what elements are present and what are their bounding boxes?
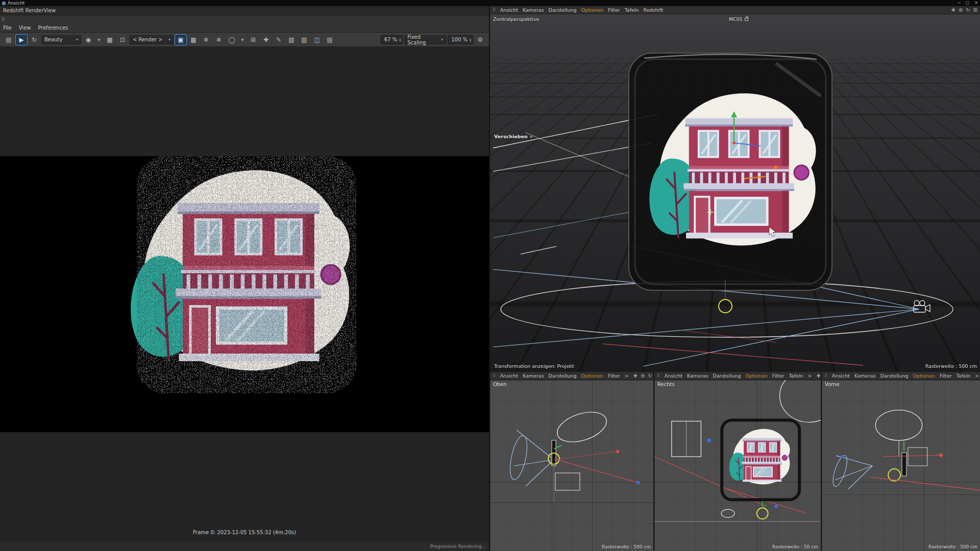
menu-optionen[interactable]: Optionen: [913, 373, 936, 379]
grid-size-label: Rasterweite : 50 cm: [772, 544, 818, 549]
oben-content[interactable]: Oben Rasterweite : 500 cm: [490, 380, 653, 551]
menu-preferences[interactable]: Preferences: [38, 25, 68, 31]
menu-ansicht[interactable]: Ansicht: [500, 7, 518, 13]
menu-file[interactable]: File: [3, 25, 12, 31]
zoom-view-icon[interactable]: ⊕: [641, 373, 645, 379]
zoom-spinner[interactable]: 67 % ▴▾: [381, 35, 403, 44]
menu-kameras[interactable]: Kameras: [854, 373, 876, 379]
menu-overflow[interactable]: >: [808, 373, 812, 379]
window-title: Ansicht: [8, 1, 24, 6]
viewport-hamburger-icon[interactable]: ⠿: [657, 373, 660, 378]
menu-darstellung[interactable]: Darstellung: [880, 373, 909, 379]
menu-filter[interactable]: Filter: [608, 7, 620, 13]
snowflake-icon[interactable]: ❄: [201, 35, 212, 45]
menu-overflow[interactable]: >: [625, 373, 629, 379]
snowflake-add-icon[interactable]: ❄: [213, 35, 225, 45]
menu-redshift[interactable]: Redshift: [644, 7, 664, 13]
tool-hint: Verschieben +: [494, 134, 533, 139]
checker-icon[interactable]: ▩: [188, 35, 199, 45]
save-image-icon[interactable]: ▤: [3, 35, 14, 45]
menu-darstellung[interactable]: Darstellung: [713, 373, 741, 379]
viewport-panel: ⠿ Ansicht Kameras Darstellung Optionen F…: [490, 6, 980, 551]
viewport-hamburger-icon[interactable]: ⠿: [493, 373, 496, 378]
rotate-view-icon[interactable]: ↻: [966, 7, 970, 13]
vorne-menubar: ⠿ Ansicht Kameras Darstellung Optionen F…: [822, 372, 980, 380]
renderview-toolbar: ▤ ▶ ↻ Beauty ▾ ◉ ▾ ▦ ⊡ < Render > ▾ ▣ ▩ …: [0, 33, 489, 47]
viewport-label: Oben: [493, 382, 507, 387]
menu-darstellung[interactable]: Darstellung: [549, 7, 577, 13]
gear-icon[interactable]: ⚙: [475, 35, 486, 45]
minimize-button[interactable]: ─: [958, 1, 961, 6]
menu-optionen[interactable]: Optionen: [746, 373, 768, 379]
menu-ansicht[interactable]: Ansicht: [832, 373, 850, 379]
menu-filter[interactable]: Filter: [940, 373, 952, 379]
lock-icon: [745, 18, 748, 21]
grid-icon[interactable]: ▦: [104, 35, 115, 45]
compare-a-icon[interactable]: ▧: [286, 35, 297, 45]
viewport-rechts[interactable]: ⠿ Ansicht Kameras Darstellung Optionen F…: [653, 372, 821, 551]
viewport-vorne[interactable]: ⠿ Ansicht Kameras Darstellung Optionen F…: [821, 372, 980, 551]
menu-tafeln[interactable]: Tafeln: [789, 373, 803, 379]
menu-optionen[interactable]: Optionen: [581, 373, 604, 379]
grid-size-label: Rasterweite : 500 cm: [602, 544, 651, 549]
vorne-scene: [822, 380, 980, 551]
viewport-label: Vorne: [825, 382, 840, 387]
menu-darstellung[interactable]: Darstellung: [549, 373, 577, 379]
region-caret-icon[interactable]: ▾: [239, 35, 246, 45]
spin-down-icon[interactable]: ▾: [470, 40, 471, 42]
zoom-view-icon[interactable]: ⊕: [959, 7, 963, 13]
menu-kameras[interactable]: Kameras: [523, 373, 544, 379]
scale-spinner[interactable]: 100 % ▴▾: [448, 35, 473, 44]
viewport-label: Rechts: [657, 382, 675, 387]
pan-view-icon[interactable]: ✚: [633, 373, 638, 379]
menu-kameras[interactable]: Kameras: [523, 7, 544, 13]
viewport-hamburger-icon[interactable]: ⠿: [824, 373, 827, 378]
region-icon[interactable]: ◯: [226, 35, 237, 45]
crop-icon[interactable]: ⊡: [117, 35, 128, 45]
redshift-renderview-panel: Redshift RenderView ⠿ File View Preferen…: [0, 6, 489, 551]
fit-view-icon[interactable]: ⊞: [248, 35, 259, 45]
oben-scene: [490, 380, 653, 551]
menu-tafeln[interactable]: Tafeln: [625, 7, 639, 13]
aov-icon[interactable]: ◉: [83, 35, 94, 45]
pan-tool-icon[interactable]: ✚: [260, 35, 272, 45]
menu-ansicht[interactable]: Ansicht: [500, 373, 518, 379]
spin-down-icon[interactable]: ▾: [399, 40, 401, 42]
window-titlebar: Ansicht ─ ▢ ✕: [0, 0, 980, 6]
renderview-hamburger-icon[interactable]: ⠿: [2, 17, 5, 22]
pencil-icon[interactable]: ✎: [273, 35, 284, 45]
scaling-dropdown[interactable]: Fixed Scaling ▾: [404, 35, 446, 44]
render-dropdown[interactable]: < Render > ▾: [130, 35, 174, 44]
menu-filter[interactable]: Filter: [608, 373, 620, 379]
play-button[interactable]: ▶: [16, 35, 27, 45]
pan-view-icon[interactable]: ✚: [951, 7, 955, 13]
viewport-oben[interactable]: ⠿ Ansicht Kameras Darstellung Optionen F…: [490, 372, 653, 551]
camera-label[interactable]: MC01: [729, 16, 748, 22]
ipr-toggle-button[interactable]: ▣: [175, 35, 186, 45]
pass-dropdown[interactable]: Beauty ▾: [41, 35, 81, 44]
snapshot-info-icon[interactable]: ▤: [324, 35, 335, 45]
maximize-button[interactable]: ▢: [966, 1, 970, 6]
render-canvas[interactable]: Frame 0: 2023-12-05 15:55:32 (4m:20s): [0, 48, 489, 546]
rechts-content[interactable]: Rechts Rasterweite : 50 cm: [654, 380, 821, 551]
menu-view[interactable]: View: [19, 25, 31, 31]
menu-kameras[interactable]: Kameras: [687, 373, 708, 379]
pan-view-icon[interactable]: ✚: [817, 373, 821, 379]
menu-optionen[interactable]: Optionen: [581, 7, 604, 13]
viewport-hamburger-icon[interactable]: ⠿: [493, 8, 496, 12]
grid-size-label: Rasterweite : 500 cm: [925, 363, 977, 369]
refresh-icon[interactable]: ↻: [29, 35, 40, 45]
rechts-scene: [654, 380, 821, 551]
menu-tafeln[interactable]: Tafeln: [957, 373, 971, 379]
vorne-content[interactable]: Vorne Rasterweite : 500 cm: [822, 380, 980, 551]
perspective-viewport[interactable]: Zentralperspektive MC01 Verschieben + Tr…: [490, 14, 980, 372]
close-button[interactable]: ✕: [974, 1, 978, 6]
toggle-view-icon[interactable]: ⊞: [973, 7, 977, 13]
menu-overflow[interactable]: >: [975, 373, 979, 379]
menu-filter[interactable]: Filter: [772, 373, 785, 379]
compare-b-icon[interactable]: ▨: [299, 35, 310, 45]
split-view-icon[interactable]: ◫: [311, 35, 323, 45]
rotate-view-icon[interactable]: ↻: [648, 373, 652, 379]
aov-caret-icon[interactable]: ▾: [95, 35, 103, 45]
menu-ansicht[interactable]: Ansicht: [665, 373, 682, 379]
